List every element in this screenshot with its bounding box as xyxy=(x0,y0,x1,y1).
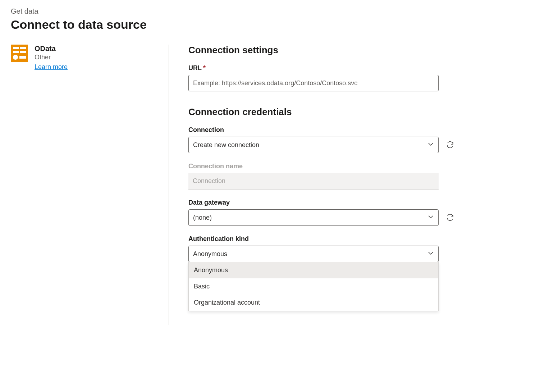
breadcrumb: Get data xyxy=(11,7,529,15)
url-label: URL* xyxy=(188,64,522,72)
source-name: OData xyxy=(35,45,68,53)
source-item-odata: OData Other Learn more xyxy=(11,45,159,71)
source-sidebar: OData Other Learn more xyxy=(11,45,169,325)
gateway-label: Data gateway xyxy=(188,199,522,206)
auth-option-organizational[interactable]: Organizational account xyxy=(189,295,438,311)
auth-kind-label: Authentication kind xyxy=(188,235,522,243)
auth-kind-select[interactable]: Anonymous xyxy=(188,246,439,262)
auth-kind-dropdown: Anonymous Basic Organizational account xyxy=(188,262,439,311)
refresh-connection-button[interactable] xyxy=(445,140,455,150)
learn-more-link[interactable]: Learn more xyxy=(35,63,68,71)
required-indicator: * xyxy=(203,64,206,72)
connection-select[interactable]: Create new connection xyxy=(188,137,439,153)
auth-option-anonymous[interactable]: Anonymous xyxy=(189,262,438,278)
connection-settings-heading: Connection settings xyxy=(188,45,522,56)
connection-name-input xyxy=(188,173,439,190)
connection-name-label: Connection name xyxy=(188,163,522,170)
connection-label: Connection xyxy=(188,126,522,134)
odata-icon xyxy=(11,45,28,62)
source-category: Other xyxy=(35,54,68,61)
auth-option-basic[interactable]: Basic xyxy=(189,278,438,295)
url-input[interactable] xyxy=(188,75,439,91)
refresh-gateway-button[interactable] xyxy=(445,213,455,223)
connection-credentials-heading: Connection credentials xyxy=(188,106,522,118)
gateway-select[interactable]: (none) xyxy=(188,209,439,226)
page-title: Connect to data source xyxy=(11,18,529,32)
main-content: Connection settings URL* Connection cred… xyxy=(169,45,529,325)
